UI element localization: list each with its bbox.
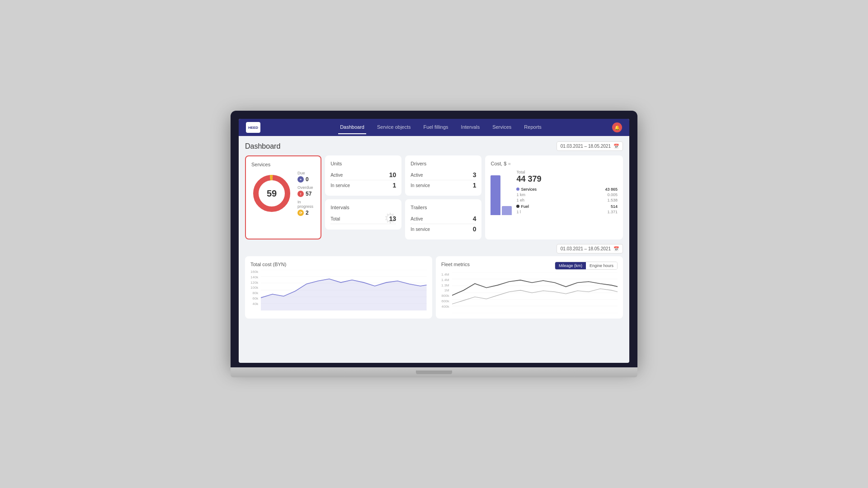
total-cost-chart-card: Total cost (BYN) 160k 140k 120k 100k 80k… <box>245 256 432 319</box>
cost-services-dot-label: Services <box>516 187 537 192</box>
cost-fuel-dot-label: Fuel <box>516 204 529 209</box>
cost-fuel-row: Fuel 514 <box>516 204 618 209</box>
date-range-picker[interactable]: 01.03.2021 – 18.05.2021 📅 <box>557 141 623 151</box>
cost-fuel-label: Fuel <box>521 204 529 209</box>
trailers-active-value: 4 <box>473 215 476 222</box>
fleet-metrics-chart-title: Fleet metrics <box>441 262 470 267</box>
total-cost-chart-title: Total cost (BYN) <box>250 262 427 267</box>
cost-bar-fuel <box>502 206 512 215</box>
fleet-y-14m: 1.4M <box>441 272 449 277</box>
app-container: HEED Dashboard Service objects Fuel fill… <box>239 119 629 363</box>
overdue-value-row: ! 57 <box>297 191 315 197</box>
cost-total-value: 44 379 <box>516 174 618 184</box>
cost-details: Total 44 379 Services 43 865 1 km 0.005 <box>516 170 618 215</box>
fleet-y-400k: 400k <box>441 305 449 309</box>
cost-km-row: 1 km 0.005 <box>516 192 618 197</box>
cost-km-label: 1 km <box>516 192 525 197</box>
stat-overdue: Overdue ! 57 <box>297 185 315 197</box>
in-progress-icon: ⟳ <box>297 210 304 216</box>
overdue-value: 57 <box>306 191 311 197</box>
cost-bar-services <box>491 175 500 215</box>
cost-fuel-value: 514 <box>611 204 618 209</box>
cost-services-row: Services 43 865 <box>516 187 618 192</box>
charts-row: Total cost (BYN) 160k 140k 120k 100k 80k… <box>245 256 623 319</box>
in-progress-value: 2 <box>306 210 309 216</box>
cost-dot-dark <box>516 205 519 208</box>
trailers-inservice-label: In service <box>410 227 430 232</box>
cost-chart-body: 160k 140k 120k 100k 80k 60k 40k <box>250 270 427 310</box>
units-inservice-label: In service <box>330 183 350 188</box>
fleet-y-axis: 1.4M 1.4M 1.3M 1M 800k 600k 400k <box>441 272 449 309</box>
due-value: 0 <box>306 176 309 183</box>
stat-in-progress: In progress ⟳ 2 <box>297 200 315 216</box>
tab-mileage[interactable]: Mileage (km) <box>555 262 586 269</box>
cost-y-100: 100k <box>250 286 258 290</box>
bottom-date-range-value: 01.03.2021 – 18.05.2021 <box>561 246 611 251</box>
services-inner: 59 Due + 0 <box>251 171 315 216</box>
fleet-y-14m2: 1.4M <box>441 278 449 282</box>
drivers-active-label: Active <box>410 173 423 178</box>
nav-item-dashboard[interactable]: Dashboard <box>338 121 366 134</box>
drivers-card: Drivers Active 3 In service 1 <box>405 155 481 196</box>
drivers-card-title: Drivers <box>410 161 476 166</box>
fleet-tabs: Mileage (km) Engine hours <box>555 262 618 270</box>
due-icon: + <box>297 176 304 183</box>
main-content: Dashboard 01.03.2021 – 18.05.2021 📅 Serv… <box>239 136 629 363</box>
nav-item-service-objects[interactable]: Service objects <box>375 121 413 134</box>
cards-row: Services <box>245 155 623 239</box>
units-active-row: Active 10 <box>330 170 396 180</box>
fleet-y-13m: 1.3M <box>441 283 449 287</box>
total-cost-svg <box>261 270 427 310</box>
units-card: Units Active 10 In service 1 <box>325 155 401 196</box>
bottom-date-range-row: 01.03.2021 – 18.05.2021 📅 <box>245 244 623 253</box>
cost-fuel-sub-row: 1 l 1.371 <box>516 209 618 215</box>
units-card-title: Units <box>330 161 396 166</box>
bottom-date-range-picker[interactable]: 01.03.2021 – 18.05.2021 📅 <box>557 244 623 253</box>
cost-eh-row: 1 eh 1.538 <box>516 197 618 203</box>
fleet-chart-body: 1.4M 1.4M 1.3M 1M 800k 600k 400k <box>441 272 618 313</box>
screen: HEED Dashboard Service objects Fuel fill… <box>239 119 629 363</box>
cost-y-40: 40k <box>250 302 258 306</box>
nav-item-fuel-fillings[interactable]: Fuel fillings <box>422 121 450 134</box>
navigation: HEED Dashboard Service objects Fuel fill… <box>239 119 629 136</box>
nav-item-services[interactable]: Services <box>491 121 513 134</box>
cost-services-value: 43 865 <box>605 187 618 192</box>
trailers-active-row: Active 4 <box>410 214 476 224</box>
cost-eh-value: 1.538 <box>607 198 618 202</box>
cost-fuel-sub-label: 1 l <box>516 210 521 214</box>
drivers-inservice-label: In service <box>410 183 430 188</box>
services-card: Services <box>245 155 321 239</box>
fleet-metrics-svg <box>452 272 618 313</box>
cost-y-160: 160k <box>250 270 258 274</box>
page-title: Dashboard <box>245 142 280 150</box>
cost-dot-purple <box>516 188 519 191</box>
intervals-card: Intervals Total 13 ⚙ <box>325 199 401 230</box>
overdue-icon: ! <box>297 191 304 197</box>
cost-y-120: 120k <box>250 281 258 285</box>
units-active-label: Active <box>330 173 343 178</box>
cost-card-body: Total 44 379 Services 43 865 1 km 0.005 <box>491 170 618 215</box>
calendar-icon: 📅 <box>613 144 619 149</box>
overdue-label: Overdue <box>297 185 315 190</box>
nav-item-intervals[interactable]: Intervals <box>459 121 482 134</box>
stat-due: Due + 0 <box>297 171 315 183</box>
page-header: Dashboard 01.03.2021 – 18.05.2021 📅 <box>245 141 623 151</box>
drivers-active-value: 3 <box>473 171 476 178</box>
trailers-inservice-value: 0 <box>473 225 476 233</box>
nav-items: Dashboard Service objects Fuel fillings … <box>269 121 612 134</box>
nav-item-reports[interactable]: Reports <box>522 121 543 134</box>
laptop-wrapper: HEED Dashboard Service objects Fuel fill… <box>231 111 637 377</box>
cost-fuel-sub-value: 1.371 <box>607 210 618 214</box>
services-stats: Due + 0 Overdue <box>297 171 315 216</box>
tab-engine-hours[interactable]: Engine hours <box>586 262 617 269</box>
donut-chart: 59 <box>251 173 292 214</box>
cost-card-title: Cost, $ <box>491 161 506 166</box>
in-progress-value-row: ⟳ 2 <box>297 210 315 216</box>
fleet-metrics-chart-card: Fleet metrics Mileage (km) Engine hours … <box>436 256 623 319</box>
fleet-y-600k: 600k <box>441 299 449 303</box>
screen-bezel: HEED Dashboard Service objects Fuel fill… <box>231 111 637 367</box>
services-card-title: Services <box>251 162 315 167</box>
trailers-inservice-row: In service 0 <box>410 224 476 234</box>
notification-bell[interactable]: 🔔 <box>612 122 622 132</box>
cost-card: Cost, $ ≈ Tot <box>485 155 623 239</box>
